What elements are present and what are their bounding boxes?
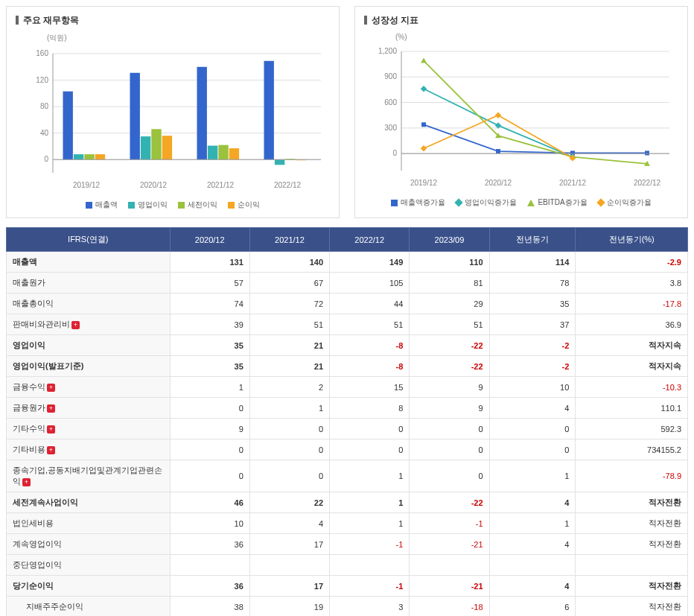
table-row: 기타수익+90000592.3 bbox=[7, 419, 688, 439]
cell: 2 bbox=[249, 377, 329, 398]
row-label: 판매비와관리비+ bbox=[7, 314, 171, 335]
cell: 0 bbox=[170, 439, 249, 460]
cell: 22 bbox=[249, 492, 329, 513]
cell: 149 bbox=[330, 252, 410, 273]
cell: -2 bbox=[489, 356, 576, 377]
row-label: 영업이익 bbox=[7, 335, 171, 356]
cell: -2.9 bbox=[576, 252, 688, 273]
row-label: 종속기업,공동지배기업및관계기업관련손익+ bbox=[7, 460, 171, 492]
expand-icon[interactable]: + bbox=[47, 404, 55, 413]
cell: 0 bbox=[170, 460, 249, 492]
expand-icon[interactable]: + bbox=[47, 384, 55, 392]
cell: 46 bbox=[170, 492, 249, 513]
cell: 35 bbox=[170, 356, 249, 377]
row-label: 매출액 bbox=[7, 252, 171, 273]
table-row: 지배주주순이익38193-186적자전환 bbox=[7, 597, 688, 617]
legend-item: 매출액증가율 bbox=[391, 197, 445, 208]
row-label: 지배주주순이익 bbox=[7, 597, 171, 617]
cell: 0 bbox=[489, 419, 576, 439]
cell: 4 bbox=[249, 513, 329, 534]
legend-item: 영업이익증가율 bbox=[456, 197, 517, 208]
row-label: 매출원가 bbox=[7, 273, 171, 293]
row-label: 금융원가+ bbox=[7, 398, 171, 419]
cell: 1 bbox=[489, 460, 576, 492]
cell: 110.1 bbox=[576, 398, 688, 419]
cell: 57 bbox=[170, 273, 249, 293]
cell: 1 bbox=[170, 377, 249, 398]
svg-text:2021/12: 2021/12 bbox=[559, 179, 587, 187]
row-label: 중단영업이익 bbox=[7, 555, 171, 576]
svg-rect-18 bbox=[162, 136, 172, 159]
bar-chart: 040801201602019/122020/122021/122022/12 bbox=[16, 46, 330, 195]
svg-rect-17 bbox=[151, 129, 161, 159]
svg-rect-16 bbox=[141, 136, 150, 159]
cell: 35 bbox=[170, 335, 249, 356]
cell bbox=[576, 555, 688, 576]
svg-marker-49 bbox=[421, 58, 427, 63]
cell: 29 bbox=[410, 293, 489, 314]
svg-rect-54 bbox=[495, 112, 501, 118]
table-head: IFRS(연결)2020/122021/122022/122023/09전년동기… bbox=[7, 228, 688, 252]
cell: 140 bbox=[249, 252, 329, 273]
cell bbox=[330, 555, 410, 576]
row-label: 영업이익(발표기준) bbox=[7, 356, 171, 377]
cell: 적자지속 bbox=[576, 356, 688, 377]
svg-text:2019/12: 2019/12 bbox=[410, 179, 438, 187]
cell: -22 bbox=[410, 335, 489, 356]
cell bbox=[410, 555, 489, 576]
svg-text:2021/12: 2021/12 bbox=[207, 181, 235, 189]
col-header: 전년동기 bbox=[489, 228, 576, 252]
cell: -10.3 bbox=[576, 377, 688, 398]
cell: 0 bbox=[170, 398, 249, 419]
row-label: 세전계속사업이익 bbox=[7, 492, 171, 513]
col-header: 2023/09 bbox=[410, 228, 489, 252]
row-label: 법인세비용 bbox=[7, 513, 171, 534]
line-chart: 03006009001,2002019/122020/122021/122022… bbox=[364, 44, 678, 193]
svg-rect-13 bbox=[95, 154, 105, 159]
panel-title: 성장성 지표 bbox=[364, 14, 678, 27]
cell: -1 bbox=[330, 576, 410, 597]
cell: 1 bbox=[330, 460, 410, 492]
cell: 0 bbox=[489, 439, 576, 460]
cell: -22 bbox=[410, 356, 489, 377]
svg-text:1,200: 1,200 bbox=[378, 47, 397, 55]
expand-icon[interactable]: + bbox=[71, 321, 80, 329]
cell: 9 bbox=[170, 419, 249, 439]
legend-item: 순이익 bbox=[228, 200, 260, 210]
expand-icon[interactable]: + bbox=[22, 478, 31, 486]
cell: 131 bbox=[170, 252, 249, 273]
cell: 적자전환 bbox=[576, 492, 688, 513]
line-legend: 매출액증가율 영업이익증가율 EBITDA증가율 순이익증가율 bbox=[364, 197, 678, 208]
svg-rect-15 bbox=[130, 73, 140, 159]
panel-growth-indicators: 성장성 지표 (%) 03006009001,2002019/122020/12… bbox=[354, 6, 688, 218]
cell: 19 bbox=[249, 597, 329, 617]
svg-rect-53 bbox=[421, 145, 427, 151]
cell: -22 bbox=[410, 492, 489, 513]
cell: 0 bbox=[249, 439, 329, 460]
cell: 10 bbox=[170, 513, 249, 534]
expand-icon[interactable]: + bbox=[47, 425, 55, 434]
cell: 적자전환 bbox=[576, 597, 688, 617]
svg-text:2020/12: 2020/12 bbox=[140, 181, 168, 189]
cell: 78 bbox=[489, 273, 576, 293]
cell: 4 bbox=[489, 492, 576, 513]
cell: 74 bbox=[170, 293, 249, 314]
svg-text:160: 160 bbox=[36, 49, 48, 57]
svg-rect-21 bbox=[208, 146, 217, 160]
row-label: 매출총이익 bbox=[7, 293, 171, 314]
cell: 3 bbox=[330, 597, 410, 617]
table-row: 법인세비용1041-11적자전환 bbox=[7, 513, 688, 534]
cell: 1 bbox=[330, 513, 410, 534]
svg-text:120: 120 bbox=[36, 76, 48, 84]
cell: 38 bbox=[170, 597, 249, 617]
cell: 36 bbox=[170, 576, 249, 597]
legend-item: 세전이익 bbox=[178, 200, 217, 210]
table-row: 영업이익(발표기준)3521-8-22-2적자지속 bbox=[7, 356, 688, 377]
svg-rect-23 bbox=[229, 148, 239, 159]
cell: 51 bbox=[410, 314, 489, 335]
cell: 44 bbox=[330, 293, 410, 314]
col-header: 2021/12 bbox=[249, 228, 329, 252]
expand-icon[interactable]: + bbox=[47, 446, 55, 454]
col-header: 2022/12 bbox=[330, 228, 410, 252]
cell: 4 bbox=[489, 576, 576, 597]
